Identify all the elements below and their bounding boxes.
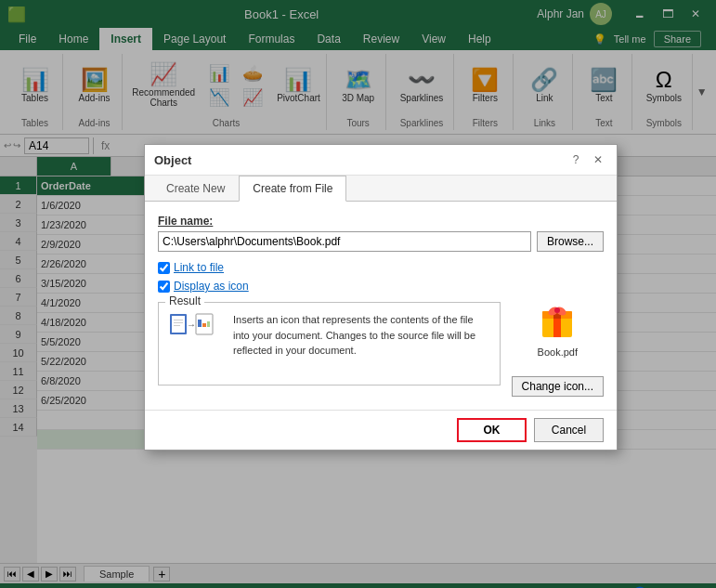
pdf-icon-svg: [535, 298, 579, 343]
svg-rect-8: [202, 323, 206, 327]
ok-button[interactable]: OK: [457, 418, 527, 442]
modal-tab-create-from-file[interactable]: Create from File: [239, 176, 346, 202]
result-icon-svg: →: [168, 312, 215, 349]
svg-point-16: [554, 307, 560, 313]
icon-preview: Book.pdf: [535, 298, 579, 358]
checkboxes-section: Link to file Display as icon: [158, 261, 501, 293]
svg-text:→: →: [187, 320, 196, 330]
object-dialog: Object ? ✕ Create New Create from File F…: [144, 144, 618, 451]
modal-tab-bar: Create New Create from File: [145, 176, 617, 202]
file-name-section: File name: Browse...: [158, 215, 604, 252]
file-label: File name:: [158, 215, 604, 228]
display-as-icon-row: Display as icon: [158, 280, 249, 293]
display-as-icon-label[interactable]: Display as icon: [174, 280, 249, 293]
modal-overlay: Object ? ✕ Create New Create from File F…: [0, 0, 716, 588]
svg-rect-3: [174, 322, 183, 323]
modal-titlebar: Object ? ✕: [145, 145, 617, 176]
file-name-input[interactable]: [158, 231, 531, 252]
modal-footer: OK Cancel: [145, 410, 617, 450]
link-to-file-checkbox[interactable]: [158, 262, 170, 274]
icon-file-label: Book.pdf: [538, 346, 578, 358]
cancel-button[interactable]: Cancel: [534, 418, 604, 442]
svg-rect-2: [174, 320, 183, 320]
browse-button[interactable]: Browse...: [537, 231, 604, 252]
svg-rect-1: [172, 316, 185, 333]
modal-title: Object: [154, 153, 191, 167]
modal-body: File name: Browse... Link to file: [145, 202, 617, 410]
modal-close-button[interactable]: ✕: [589, 150, 607, 169]
modal-help-button[interactable]: ?: [566, 150, 585, 169]
result-label: Result: [165, 294, 204, 307]
result-section: → Inserts an icon that represents the co…: [158, 302, 501, 385]
link-to-file-row: Link to file: [158, 261, 224, 274]
modal-tab-create-new[interactable]: Create New: [152, 176, 239, 202]
display-as-icon-checkbox[interactable]: [158, 281, 170, 293]
svg-rect-7: [198, 320, 202, 327]
icon-preview-section: Book.pdf Change icon...: [512, 261, 604, 397]
result-description: Inserts an icon that represents the cont…: [233, 312, 490, 359]
svg-rect-4: [174, 325, 180, 326]
modal-title-controls: ? ✕: [566, 150, 607, 169]
result-icon-container: →: [168, 312, 224, 349]
svg-rect-9: [207, 321, 210, 327]
change-icon-button[interactable]: Change icon...: [512, 376, 604, 397]
result-section-wrapper: Result: [158, 302, 501, 385]
link-to-file-label[interactable]: Link to file: [174, 261, 224, 274]
